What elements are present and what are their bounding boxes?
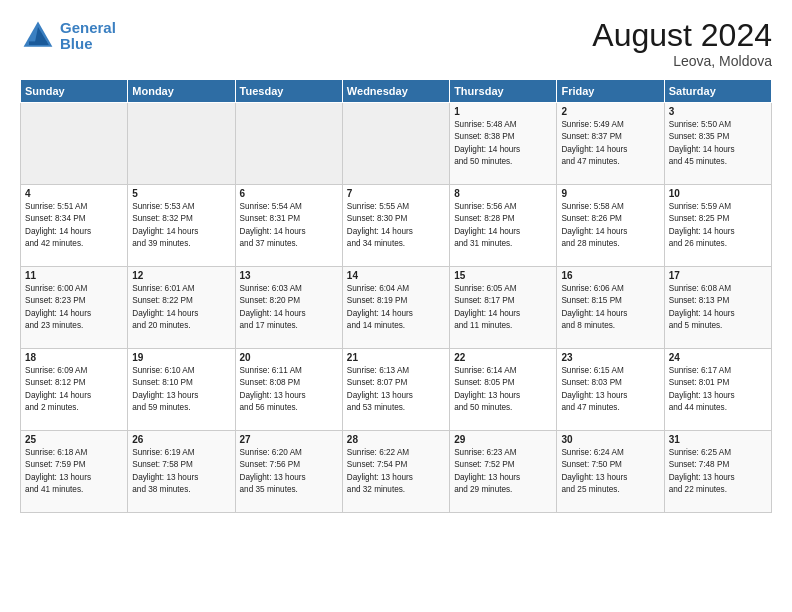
day-info: Sunrise: 6:13 AM Sunset: 8:07 PM Dayligh… (347, 365, 445, 414)
day-number: 25 (25, 434, 123, 445)
day-cell-19: 19Sunrise: 6:10 AM Sunset: 8:10 PM Dayli… (128, 349, 235, 431)
day-info: Sunrise: 5:51 AM Sunset: 8:34 PM Dayligh… (25, 201, 123, 250)
day-cell-24: 24Sunrise: 6:17 AM Sunset: 8:01 PM Dayli… (664, 349, 771, 431)
day-cell-5: 5Sunrise: 5:53 AM Sunset: 8:32 PM Daylig… (128, 185, 235, 267)
day-cell-17: 17Sunrise: 6:08 AM Sunset: 8:13 PM Dayli… (664, 267, 771, 349)
day-number: 4 (25, 188, 123, 199)
day-number: 17 (669, 270, 767, 281)
calendar-table: SundayMondayTuesdayWednesdayThursdayFrid… (20, 79, 772, 513)
weekday-header-wednesday: Wednesday (342, 80, 449, 103)
day-number: 8 (454, 188, 552, 199)
logo-icon (20, 18, 56, 54)
logo-blue: Blue (60, 35, 93, 52)
day-info: Sunrise: 5:48 AM Sunset: 8:38 PM Dayligh… (454, 119, 552, 168)
day-number: 20 (240, 352, 338, 363)
title-block: August 2024 Leova, Moldova (592, 18, 772, 69)
day-cell-26: 26Sunrise: 6:19 AM Sunset: 7:58 PM Dayli… (128, 431, 235, 513)
svg-rect-2 (29, 41, 47, 45)
day-cell-11: 11Sunrise: 6:00 AM Sunset: 8:23 PM Dayli… (21, 267, 128, 349)
day-number: 13 (240, 270, 338, 281)
day-info: Sunrise: 6:25 AM Sunset: 7:48 PM Dayligh… (669, 447, 767, 496)
day-number: 27 (240, 434, 338, 445)
location: Leova, Moldova (592, 53, 772, 69)
day-cell-15: 15Sunrise: 6:05 AM Sunset: 8:17 PM Dayli… (450, 267, 557, 349)
page: General Blue August 2024 Leova, Moldova … (0, 0, 792, 612)
day-number: 18 (25, 352, 123, 363)
empty-cell (235, 103, 342, 185)
day-info: Sunrise: 5:56 AM Sunset: 8:28 PM Dayligh… (454, 201, 552, 250)
day-number: 21 (347, 352, 445, 363)
day-info: Sunrise: 6:06 AM Sunset: 8:15 PM Dayligh… (561, 283, 659, 332)
day-cell-13: 13Sunrise: 6:03 AM Sunset: 8:20 PM Dayli… (235, 267, 342, 349)
day-cell-14: 14Sunrise: 6:04 AM Sunset: 8:19 PM Dayli… (342, 267, 449, 349)
day-cell-31: 31Sunrise: 6:25 AM Sunset: 7:48 PM Dayli… (664, 431, 771, 513)
day-info: Sunrise: 6:17 AM Sunset: 8:01 PM Dayligh… (669, 365, 767, 414)
day-info: Sunrise: 6:05 AM Sunset: 8:17 PM Dayligh… (454, 283, 552, 332)
day-number: 22 (454, 352, 552, 363)
empty-cell (21, 103, 128, 185)
week-row-2: 4Sunrise: 5:51 AM Sunset: 8:34 PM Daylig… (21, 185, 772, 267)
weekday-header-sunday: Sunday (21, 80, 128, 103)
logo: General Blue (20, 18, 116, 54)
day-info: Sunrise: 6:22 AM Sunset: 7:54 PM Dayligh… (347, 447, 445, 496)
day-number: 29 (454, 434, 552, 445)
day-info: Sunrise: 6:15 AM Sunset: 8:03 PM Dayligh… (561, 365, 659, 414)
week-row-4: 18Sunrise: 6:09 AM Sunset: 8:12 PM Dayli… (21, 349, 772, 431)
day-info: Sunrise: 6:08 AM Sunset: 8:13 PM Dayligh… (669, 283, 767, 332)
day-number: 31 (669, 434, 767, 445)
day-cell-8: 8Sunrise: 5:56 AM Sunset: 8:28 PM Daylig… (450, 185, 557, 267)
weekday-header-friday: Friday (557, 80, 664, 103)
day-number: 30 (561, 434, 659, 445)
day-cell-4: 4Sunrise: 5:51 AM Sunset: 8:34 PM Daylig… (21, 185, 128, 267)
day-info: Sunrise: 6:01 AM Sunset: 8:22 PM Dayligh… (132, 283, 230, 332)
day-info: Sunrise: 6:09 AM Sunset: 8:12 PM Dayligh… (25, 365, 123, 414)
day-number: 6 (240, 188, 338, 199)
day-number: 1 (454, 106, 552, 117)
weekday-header-thursday: Thursday (450, 80, 557, 103)
day-info: Sunrise: 6:11 AM Sunset: 8:08 PM Dayligh… (240, 365, 338, 414)
logo-general: General (60, 19, 116, 36)
day-cell-18: 18Sunrise: 6:09 AM Sunset: 8:12 PM Dayli… (21, 349, 128, 431)
day-cell-23: 23Sunrise: 6:15 AM Sunset: 8:03 PM Dayli… (557, 349, 664, 431)
empty-cell (128, 103, 235, 185)
day-info: Sunrise: 5:49 AM Sunset: 8:37 PM Dayligh… (561, 119, 659, 168)
day-cell-1: 1Sunrise: 5:48 AM Sunset: 8:38 PM Daylig… (450, 103, 557, 185)
day-number: 9 (561, 188, 659, 199)
day-info: Sunrise: 5:54 AM Sunset: 8:31 PM Dayligh… (240, 201, 338, 250)
week-row-3: 11Sunrise: 6:00 AM Sunset: 8:23 PM Dayli… (21, 267, 772, 349)
day-info: Sunrise: 6:14 AM Sunset: 8:05 PM Dayligh… (454, 365, 552, 414)
day-cell-27: 27Sunrise: 6:20 AM Sunset: 7:56 PM Dayli… (235, 431, 342, 513)
day-info: Sunrise: 6:03 AM Sunset: 8:20 PM Dayligh… (240, 283, 338, 332)
weekday-header-tuesday: Tuesday (235, 80, 342, 103)
day-number: 14 (347, 270, 445, 281)
day-info: Sunrise: 6:04 AM Sunset: 8:19 PM Dayligh… (347, 283, 445, 332)
logo-text: General Blue (60, 20, 116, 53)
day-info: Sunrise: 6:19 AM Sunset: 7:58 PM Dayligh… (132, 447, 230, 496)
day-info: Sunrise: 6:10 AM Sunset: 8:10 PM Dayligh… (132, 365, 230, 414)
day-cell-2: 2Sunrise: 5:49 AM Sunset: 8:37 PM Daylig… (557, 103, 664, 185)
day-info: Sunrise: 6:20 AM Sunset: 7:56 PM Dayligh… (240, 447, 338, 496)
day-number: 24 (669, 352, 767, 363)
week-row-5: 25Sunrise: 6:18 AM Sunset: 7:59 PM Dayli… (21, 431, 772, 513)
day-number: 3 (669, 106, 767, 117)
day-cell-28: 28Sunrise: 6:22 AM Sunset: 7:54 PM Dayli… (342, 431, 449, 513)
month-title: August 2024 (592, 18, 772, 53)
day-cell-25: 25Sunrise: 6:18 AM Sunset: 7:59 PM Dayli… (21, 431, 128, 513)
day-cell-9: 9Sunrise: 5:58 AM Sunset: 8:26 PM Daylig… (557, 185, 664, 267)
day-number: 12 (132, 270, 230, 281)
day-number: 7 (347, 188, 445, 199)
day-number: 2 (561, 106, 659, 117)
day-cell-30: 30Sunrise: 6:24 AM Sunset: 7:50 PM Dayli… (557, 431, 664, 513)
day-number: 26 (132, 434, 230, 445)
day-cell-3: 3Sunrise: 5:50 AM Sunset: 8:35 PM Daylig… (664, 103, 771, 185)
empty-cell (342, 103, 449, 185)
day-cell-29: 29Sunrise: 6:23 AM Sunset: 7:52 PM Dayli… (450, 431, 557, 513)
day-number: 5 (132, 188, 230, 199)
day-number: 10 (669, 188, 767, 199)
day-info: Sunrise: 5:50 AM Sunset: 8:35 PM Dayligh… (669, 119, 767, 168)
day-cell-6: 6Sunrise: 5:54 AM Sunset: 8:31 PM Daylig… (235, 185, 342, 267)
day-info: Sunrise: 5:55 AM Sunset: 8:30 PM Dayligh… (347, 201, 445, 250)
weekday-header-row: SundayMondayTuesdayWednesdayThursdayFrid… (21, 80, 772, 103)
header: General Blue August 2024 Leova, Moldova (20, 18, 772, 69)
day-number: 23 (561, 352, 659, 363)
